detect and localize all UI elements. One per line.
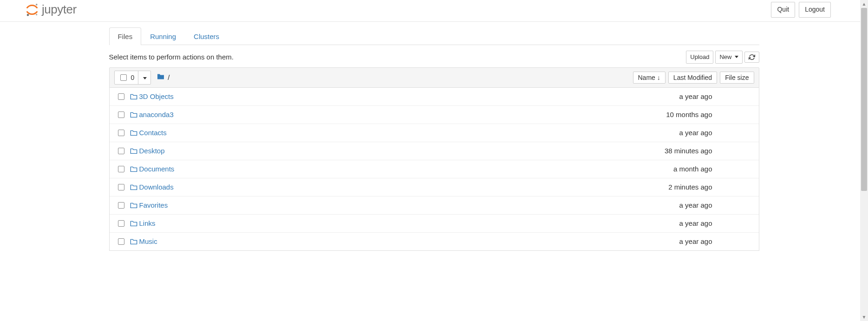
logo[interactable]: jupyter bbox=[25, 2, 77, 17]
row-checkbox[interactable] bbox=[118, 220, 124, 227]
file-name-link[interactable]: Desktop bbox=[139, 147, 165, 155]
toolbar: Select items to perform actions on them.… bbox=[109, 45, 759, 67]
file-name-link[interactable]: Contacts bbox=[139, 129, 167, 137]
toolbar-actions: Upload New bbox=[686, 51, 759, 64]
row-checkbox-wrap bbox=[114, 183, 128, 192]
file-modified: 2 minutes ago bbox=[629, 183, 717, 191]
row-checkbox[interactable] bbox=[118, 111, 124, 118]
row-checkbox[interactable] bbox=[118, 148, 124, 154]
file-name-link[interactable]: Links bbox=[139, 219, 156, 227]
tabs: Files Running Clusters bbox=[109, 27, 759, 45]
folder-icon[interactable] bbox=[157, 73, 165, 81]
scroll-track[interactable] bbox=[860, 8, 868, 251]
file-modified: 38 minutes ago bbox=[629, 147, 717, 155]
svg-point-0 bbox=[36, 4, 38, 6]
row-checkbox-wrap bbox=[114, 92, 128, 101]
row-checkbox[interactable] bbox=[118, 166, 124, 172]
sort-modified-label: Last Modified bbox=[673, 74, 712, 81]
file-row: Musica year ago bbox=[110, 233, 759, 250]
breadcrumb-separator: / bbox=[168, 73, 170, 81]
sort-size-label: File size bbox=[725, 74, 749, 81]
row-checkbox[interactable] bbox=[118, 130, 124, 136]
file-modified: a year ago bbox=[629, 219, 717, 227]
folder-icon bbox=[128, 93, 139, 100]
file-modified: a year ago bbox=[629, 201, 717, 209]
folder-icon bbox=[128, 238, 139, 245]
selected-count: 0 bbox=[131, 74, 135, 81]
file-name-link[interactable]: Favorites bbox=[139, 201, 168, 209]
file-list-header: 0 / Name ↓ Last Modified File size bbox=[109, 67, 759, 88]
file-row: Favoritesa year ago bbox=[110, 197, 759, 215]
new-button-label: New bbox=[719, 53, 731, 61]
sort-modified-button[interactable]: Last Modified bbox=[668, 72, 717, 84]
file-row: Downloads2 minutes ago bbox=[110, 178, 759, 197]
folder-icon bbox=[128, 220, 139, 227]
sort-name-label: Name bbox=[638, 74, 655, 81]
folder-icon bbox=[128, 130, 139, 136]
file-name-link[interactable]: Documents bbox=[139, 165, 175, 173]
header-buttons: Quit Logout bbox=[771, 2, 831, 18]
select-all-group: 0 bbox=[114, 71, 151, 85]
tab-files[interactable]: Files bbox=[109, 27, 142, 45]
file-name-link[interactable]: Music bbox=[139, 237, 157, 245]
file-row: Linksa year ago bbox=[110, 215, 759, 233]
breadcrumb: / bbox=[157, 73, 170, 81]
file-list: 3D Objectsa year agoanaconda310 months a… bbox=[109, 88, 759, 251]
row-checkbox-wrap bbox=[114, 146, 128, 156]
brand-name: jupyter bbox=[42, 2, 77, 17]
row-checkbox[interactable] bbox=[118, 93, 124, 100]
select-all-input[interactable] bbox=[120, 74, 127, 81]
file-modified: a year ago bbox=[629, 129, 717, 137]
row-checkbox-wrap bbox=[114, 110, 128, 119]
folder-icon bbox=[128, 166, 139, 172]
file-row: 3D Objectsa year ago bbox=[110, 88, 759, 106]
page-header: jupyter Quit Logout bbox=[0, 0, 868, 22]
file-row: anaconda310 months ago bbox=[110, 106, 759, 124]
file-name-link[interactable]: 3D Objects bbox=[139, 92, 174, 100]
svg-point-2 bbox=[36, 14, 37, 15]
file-modified: a year ago bbox=[629, 237, 717, 245]
file-name-link[interactable]: anaconda3 bbox=[139, 111, 174, 118]
select-filter-dropdown[interactable] bbox=[138, 72, 150, 83]
tab-clusters[interactable]: Clusters bbox=[185, 27, 228, 45]
folder-icon bbox=[128, 111, 139, 118]
folder-icon bbox=[128, 184, 139, 190]
sort-name-button[interactable]: Name ↓ bbox=[633, 72, 666, 84]
file-row: Desktop38 minutes ago bbox=[110, 142, 759, 160]
file-modified: a month ago bbox=[629, 165, 717, 173]
row-checkbox-wrap bbox=[114, 237, 128, 246]
scroll-thumb[interactable] bbox=[861, 8, 867, 191]
chevron-down-icon bbox=[143, 77, 147, 79]
refresh-button[interactable] bbox=[744, 52, 759, 63]
quit-button[interactable]: Quit bbox=[771, 2, 795, 18]
row-checkbox-wrap bbox=[114, 219, 128, 228]
upload-button[interactable]: Upload bbox=[686, 51, 713, 64]
row-checkbox-wrap bbox=[114, 128, 128, 138]
toolbar-hint: Select items to perform actions on them. bbox=[109, 53, 234, 61]
main-container: Files Running Clusters Select items to p… bbox=[100, 27, 769, 251]
jupyter-icon bbox=[25, 3, 39, 17]
new-button[interactable]: New bbox=[715, 51, 742, 64]
row-checkbox[interactable] bbox=[118, 238, 124, 245]
sort-size-button[interactable]: File size bbox=[720, 72, 754, 84]
folder-icon bbox=[128, 202, 139, 209]
row-checkbox[interactable] bbox=[118, 202, 124, 209]
scroll-up-arrow-icon[interactable]: ▲ bbox=[860, 0, 868, 8]
file-modified: a year ago bbox=[629, 92, 717, 100]
vertical-scrollbar[interactable]: ▲ ▼ bbox=[860, 0, 868, 251]
file-modified: 10 months ago bbox=[629, 111, 717, 118]
file-row: Contactsa year ago bbox=[110, 124, 759, 142]
row-checkbox-wrap bbox=[114, 201, 128, 210]
logout-button[interactable]: Logout bbox=[799, 2, 831, 18]
folder-icon bbox=[128, 148, 139, 154]
tab-running[interactable]: Running bbox=[141, 27, 185, 45]
svg-point-1 bbox=[27, 14, 29, 16]
row-checkbox[interactable] bbox=[118, 184, 124, 190]
chevron-down-icon bbox=[735, 56, 738, 58]
file-name-link[interactable]: Downloads bbox=[139, 183, 174, 191]
arrow-down-icon: ↓ bbox=[657, 74, 660, 81]
select-all-checkbox[interactable]: 0 bbox=[115, 71, 139, 84]
file-row: Documentsa month ago bbox=[110, 160, 759, 178]
row-checkbox-wrap bbox=[114, 164, 128, 174]
